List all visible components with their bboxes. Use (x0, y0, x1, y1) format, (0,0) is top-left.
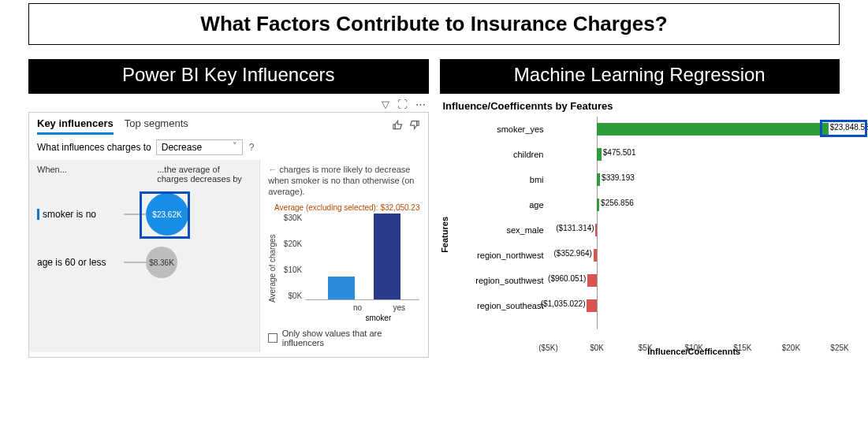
reg-bar-row-4: ($131.314) (549, 217, 840, 243)
thumbs-down-icon[interactable] (408, 119, 420, 134)
reg-category-2: bmi (454, 167, 544, 192)
influencer-label-1: smoker is no (37, 209, 124, 220)
xtick-yes: yes (378, 303, 420, 312)
reg-category-6: region_southwest (454, 268, 544, 293)
bar-no (328, 277, 355, 299)
reg-value-label-7: ($1,035.022) (541, 299, 586, 308)
filter-icon[interactable]: ▽ (382, 98, 389, 110)
reg-bar-5 (594, 249, 597, 262)
more-icon[interactable]: ⋯ (415, 98, 426, 110)
xtick-no: no (337, 303, 378, 312)
reg-value-label-2: $339.193 (602, 173, 635, 182)
only-influencers-label: Only show values that are influencers (282, 329, 420, 347)
feedback-icons (392, 119, 420, 134)
reg-value-label-4: ($131.314) (556, 224, 594, 232)
reg-value-label-5: ($352.964) (554, 249, 592, 258)
reg-bar-row-7: ($1,035.022) (549, 293, 840, 318)
regression-ylabel: Features (440, 217, 454, 253)
reg-bar-6 (587, 274, 597, 287)
mini-chart-plot (305, 214, 419, 300)
question-prefix: What influences charges to (37, 142, 151, 153)
reg-bar-1 (597, 148, 602, 161)
reg-category-3: age (454, 192, 544, 217)
regression-plot-area: $23,848.535$475.501$339.193$256.856($131… (549, 117, 840, 353)
influencer-bubble-2: $8.36K (146, 247, 177, 278)
regression-xlabel: Influence/Coefficennts (549, 347, 840, 356)
key-influencers-visual: Key influencers Top segments What influe… (28, 112, 429, 358)
reg-bar-row-1: $475.501 (549, 142, 840, 167)
reg-bar-row-2: $339.193 (549, 167, 840, 192)
reg-value-label-3: $256.856 (601, 199, 634, 207)
thumbs-up-icon[interactable] (392, 119, 404, 134)
direction-select-value: Decrease (162, 142, 202, 153)
mini-bar-chart: Average of charges $30K $20K $10K $0K (268, 214, 419, 324)
left-column: Power BI Key Influencers ▽ ⛶ ⋯ Key influ… (28, 59, 429, 358)
reg-category-0: smoker_yes (454, 117, 544, 142)
col-header-when: When... (37, 165, 67, 184)
visual-toolbar: ▽ ⛶ ⋯ (28, 94, 429, 110)
reg-bar-row-0: $23,848.535 (549, 117, 840, 142)
mini-chart-yticks: $30K $20K $10K $0K (277, 214, 305, 300)
col-header-avg: ...the average of charges decreases by (157, 165, 251, 184)
influencer-label-2: age is 60 or less (37, 257, 124, 268)
influencer-row-2[interactable]: age is 60 or less $8.36K (37, 247, 251, 278)
tab-top-segments[interactable]: Top segments (125, 117, 188, 135)
reg-value-label-6: ($960.051) (548, 274, 586, 283)
reg-bar-row-6: ($960.051) (549, 268, 840, 293)
page-title: What Factors Contribute to Insurance Cha… (29, 12, 839, 36)
reg-category-1: children (454, 142, 544, 167)
ytick-1: $20K (277, 240, 302, 248)
tab-key-influencers[interactable]: Key influencers (37, 117, 114, 135)
detail-description: ←charges is more likely to decrease when… (268, 165, 419, 197)
reg-bar-2 (597, 173, 600, 186)
reg-bar-row-3: $256.856 (549, 192, 840, 217)
only-influencers-toggle[interactable]: Only show values that are influencers (268, 329, 419, 347)
regression-chart: Features smoker_yeschildrenbmiagesex_mal… (440, 117, 840, 353)
reg-category-4: sex_male (454, 217, 544, 243)
reg-value-label-1: $475.501 (603, 148, 636, 157)
influencers-list-panel: When... ...the average of charges decrea… (29, 160, 260, 352)
highlight-box-right (820, 120, 867, 137)
reg-bar-7 (587, 299, 597, 312)
bar-yes (374, 214, 400, 299)
ki-question-row: What influences charges to Decrease ? (29, 138, 428, 160)
reg-bar-3 (597, 199, 599, 211)
mini-chart-ylabel: Average of charges (268, 214, 277, 324)
detail-description-text: charges is more likely to decrease when … (268, 165, 414, 196)
regression-category-labels: smoker_yeschildrenbmiagesex_maleregion_n… (454, 117, 549, 353)
ki-tabs: Key influencers Top segments (37, 117, 188, 135)
reg-category-7: region_southeast (454, 293, 544, 318)
right-panel-header: Machine Learning Regression (440, 59, 840, 94)
reg-category-5: region_northwest (454, 243, 544, 268)
right-column: Machine Learning Regression Influence/Co… (440, 59, 840, 358)
highlight-box-left (140, 191, 190, 239)
reg-bar-0 (597, 123, 829, 136)
avg-annotation: Average (excluding selected): $32,050.23 (268, 203, 419, 212)
help-icon[interactable]: ? (249, 142, 255, 153)
back-arrow-icon[interactable]: ← (268, 165, 277, 174)
influencer-detail-panel: ←charges is more likely to decrease when… (260, 160, 427, 352)
regression-chart-title: Influence/Coefficennts by Features (440, 98, 840, 117)
checkbox-icon[interactable] (268, 333, 278, 343)
left-panel-header: Power BI Key Influencers (28, 59, 429, 94)
ytick-0: $30K (277, 214, 302, 222)
reg-bar-4 (595, 224, 597, 236)
direction-select[interactable]: Decrease (156, 139, 243, 155)
ytick-2: $10K (277, 266, 302, 274)
page-title-container: What Factors Contribute to Insurance Cha… (28, 3, 840, 45)
mini-chart-xlabel: smoker (305, 314, 419, 322)
ytick-3: $0K (277, 292, 302, 300)
reg-bar-row-5: ($352.964) (549, 243, 840, 268)
focus-icon[interactable]: ⛶ (397, 98, 408, 110)
